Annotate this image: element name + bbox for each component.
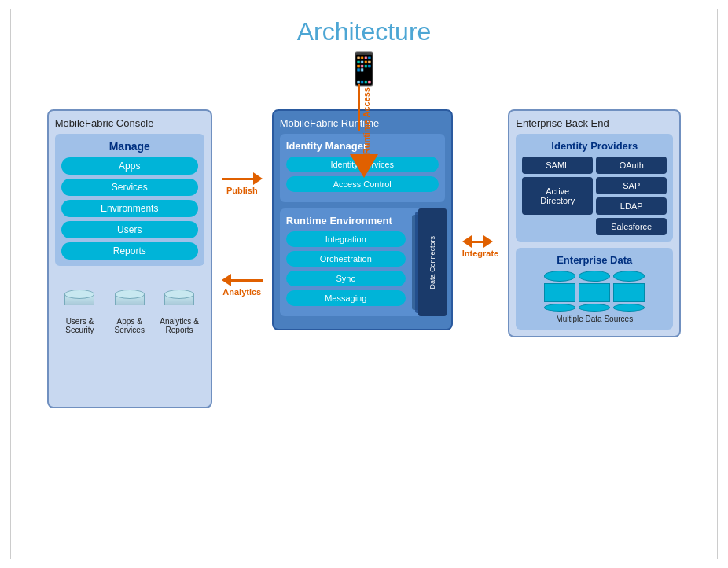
console-title: MobileFabric Console (55, 117, 204, 129)
apps-services-db (115, 290, 145, 315)
analytics-label: Analytics (222, 287, 263, 297)
middle-arrows: Publish Analytics (222, 172, 263, 297)
console-box: MobileFabric Console Manage Apps Service… (47, 109, 212, 408)
users-security-icon-item: Users &Security (57, 290, 101, 334)
integrate-arrow: Integrate (462, 235, 498, 258)
salesforce-btn: Salesforce (596, 218, 667, 235)
page-title: Architecture (19, 17, 709, 46)
identity-providers-grid: SAML OAuth ActiveDirectory SAP LDAP Sale… (522, 157, 667, 235)
analytics-reports-db (164, 290, 194, 315)
runtime-env-title: Runtime Environment (286, 215, 406, 227)
enterprise-box: Enterprise Back End Identity Providers S… (508, 109, 681, 337)
enterprise-data-title: Enterprise Data (522, 254, 667, 266)
analytics-arrow: Analytics (222, 274, 263, 297)
pill-users: Users (61, 221, 198, 238)
runtime-env-section: Runtime Environment Integration Orchestr… (280, 208, 445, 316)
access-control-pill: Access Control (286, 176, 439, 192)
pill-reports: Reports (61, 242, 198, 260)
publish-arrow: Publish (222, 172, 263, 195)
identity-providers-section: Identity Providers SAML OAuth ActiveDire… (516, 134, 673, 242)
analytics-reports-label: Analytics &Reports (160, 317, 198, 334)
ldap-btn: LDAP (596, 197, 667, 215)
data-connectors-wrapper: Data Connectors (406, 208, 447, 316)
bottom-icons: Users &Security Apps &Services Analytics… (55, 290, 204, 334)
runtime-access-label: Runtime Access (362, 87, 371, 154)
dc-card-front: Data Connectors (418, 208, 447, 316)
down-arrow-icon (350, 154, 378, 178)
phone-icon: 📱 (344, 53, 384, 84)
active-directory-btn: ActiveDirectory (522, 177, 593, 215)
users-security-label: Users &Security (65, 317, 94, 334)
identity-providers-title: Identity Providers (522, 140, 667, 152)
oauth-btn: OAuth (596, 157, 667, 174)
diagram-container: Architecture 📱 Runtime Access MobileFabr… (10, 9, 718, 559)
analytics-reports-icon-item: Analytics &Reports (157, 290, 201, 334)
multiple-db-icons (522, 271, 667, 312)
manage-title: Manage (61, 140, 198, 153)
messaging-pill: Messaging (286, 290, 406, 306)
integrate-label: Integrate (462, 249, 498, 258)
multiple-data-sources-label: Multiple Data Sources (522, 315, 667, 323)
pill-environments: Environments (61, 200, 198, 217)
enterprise-data-section: Enterprise Data (516, 248, 673, 330)
publish-label: Publish (222, 186, 263, 195)
enterprise-title: Enterprise Back End (516, 117, 673, 129)
data-connectors-label: Data Connectors (427, 233, 438, 293)
integration-pill: Integration (286, 231, 406, 247)
apps-services-label: Apps &Services (115, 317, 145, 334)
sync-pill: Sync (286, 271, 406, 286)
sap-btn: SAP (596, 177, 667, 194)
phone-section: 📱 Runtime Access (344, 53, 384, 178)
orchestration-pill: Orchestration (286, 251, 406, 267)
saml-btn: SAML (522, 157, 593, 174)
integrate-arrow-wrapper: Integrate (462, 235, 498, 258)
users-security-db (64, 290, 94, 315)
pill-apps: Apps (61, 157, 198, 175)
apps-services-icon-item: Apps &Services (108, 290, 152, 334)
manage-section: Manage Apps Services Environments Users … (55, 134, 204, 266)
pill-services: Services (61, 179, 198, 196)
